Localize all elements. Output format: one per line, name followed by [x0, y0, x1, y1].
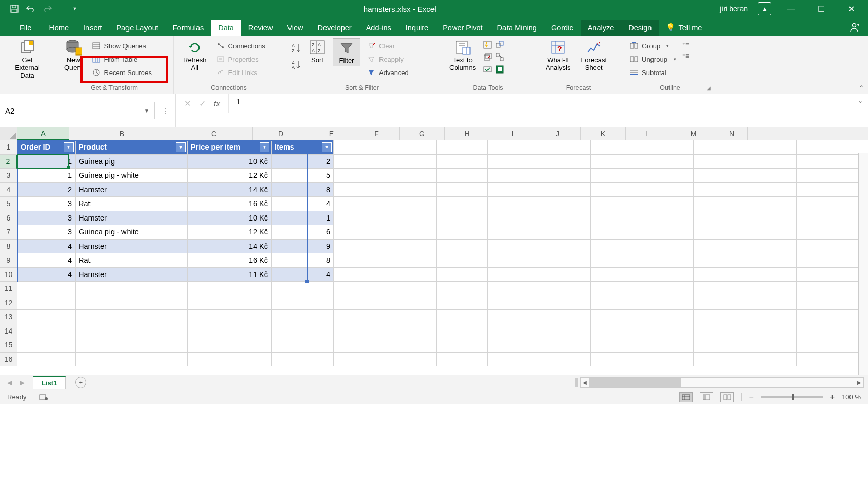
group-button[interactable]: Group▾	[627, 40, 671, 51]
sort-za-icon[interactable]: ZA	[291, 59, 302, 70]
recent-sources-button[interactable]: Recent Sources	[89, 67, 154, 78]
share-button[interactable]	[840, 19, 868, 36]
cell[interactable]	[488, 353, 539, 366]
cell[interactable]	[745, 140, 797, 154]
cell[interactable]	[745, 155, 797, 169]
cell[interactable]	[488, 310, 539, 324]
cell[interactable]	[591, 324, 642, 338]
cell[interactable]: 9	[272, 240, 334, 253]
cell[interactable]	[385, 169, 437, 182]
cancel-formula-icon[interactable]: ✕	[184, 99, 191, 108]
cell[interactable]	[591, 211, 642, 225]
ungroup-button[interactable]: Ungroup▾	[627, 53, 678, 65]
tab-home[interactable]: Home	[42, 20, 76, 36]
cell[interactable]	[488, 268, 539, 282]
cell[interactable]	[437, 310, 488, 324]
cell[interactable]: Hamster	[76, 211, 188, 225]
row-header[interactable]: 3	[0, 169, 17, 183]
cell[interactable]	[334, 296, 385, 310]
filter-dropdown-icon[interactable]: ▼	[260, 142, 269, 152]
cell[interactable]	[272, 324, 334, 338]
column-header[interactable]: M	[671, 127, 716, 140]
cell[interactable]	[385, 338, 437, 352]
cell[interactable]	[591, 310, 642, 324]
cell[interactable]	[694, 183, 745, 197]
normal-view-button[interactable]	[679, 392, 693, 402]
cell[interactable]: Guinea pig - white	[76, 225, 188, 239]
cell[interactable]	[385, 140, 437, 154]
cell[interactable]	[437, 338, 488, 352]
cell[interactable]	[76, 324, 188, 338]
horizontal-scrollbar[interactable]: ◀▶	[580, 377, 864, 388]
cell[interactable]	[385, 253, 437, 267]
tab-data-mining[interactable]: Data Mining	[490, 20, 544, 36]
display-options-icon[interactable]: ▲	[758, 2, 771, 15]
subtotal-button[interactable]: Subtotal	[627, 67, 668, 78]
cell[interactable]	[437, 140, 488, 154]
tab-file[interactable]: File	[9, 20, 42, 36]
cell[interactable]	[437, 155, 488, 169]
cell[interactable]	[797, 324, 834, 338]
cell[interactable]	[797, 282, 834, 296]
remove-duplicates-icon[interactable]	[483, 52, 492, 62]
cell[interactable]	[385, 155, 437, 169]
cell[interactable]	[188, 310, 272, 324]
cell[interactable]	[437, 225, 488, 239]
column-header[interactable]: I	[490, 127, 535, 140]
cell[interactable]	[539, 155, 591, 169]
cell[interactable]	[334, 225, 385, 239]
sort-button[interactable]: ZAAZ Sort	[306, 38, 329, 65]
cell[interactable]	[334, 197, 385, 211]
cell[interactable]: 16 Kč	[188, 253, 272, 267]
cell[interactable]	[539, 338, 591, 352]
get-external-data-button[interactable]: Get External Data	[6, 38, 48, 81]
cell[interactable]	[745, 211, 797, 225]
row-header[interactable]: 10	[0, 268, 17, 282]
row-header[interactable]: 12	[0, 296, 17, 310]
relationships-icon[interactable]	[495, 52, 504, 62]
cell[interactable]	[188, 338, 272, 352]
zoom-out-button[interactable]: −	[749, 393, 753, 402]
tab-page-layout[interactable]: Page Layout	[109, 20, 165, 36]
cell[interactable]	[642, 183, 694, 197]
cell[interactable]	[488, 140, 539, 154]
cell[interactable]	[539, 353, 591, 366]
cell[interactable]	[437, 282, 488, 296]
cell[interactable]: 14 Kč	[188, 183, 272, 197]
refresh-all-button[interactable]: Refresh All	[180, 38, 210, 73]
cell[interactable]	[437, 268, 488, 282]
cell[interactable]	[17, 353, 76, 366]
cell[interactable]: 3	[17, 225, 76, 239]
cell[interactable]: 12 Kč	[188, 225, 272, 239]
cell[interactable]	[488, 169, 539, 182]
cell[interactable]	[591, 253, 642, 267]
cell[interactable]: 8	[272, 183, 334, 197]
cell[interactable]	[591, 296, 642, 310]
cell[interactable]	[642, 324, 694, 338]
cell[interactable]	[437, 183, 488, 197]
cell[interactable]: Guinea pig - white	[76, 169, 188, 182]
cell[interactable]	[797, 197, 834, 211]
zoom-in-button[interactable]: +	[830, 393, 835, 402]
cell[interactable]	[694, 282, 745, 296]
advanced-button[interactable]: Advanced	[365, 67, 411, 78]
cell[interactable]	[437, 197, 488, 211]
cell[interactable]	[385, 282, 437, 296]
cell[interactable]	[76, 296, 188, 310]
cell[interactable]	[17, 310, 76, 324]
cell[interactable]	[488, 197, 539, 211]
cell[interactable]	[385, 353, 437, 366]
cell[interactable]	[539, 296, 591, 310]
row-header[interactable]: 8	[0, 240, 17, 254]
reapply-button[interactable]: Reapply	[365, 53, 406, 65]
row-header[interactable]: 15	[0, 338, 17, 353]
cell[interactable]	[272, 353, 334, 366]
cell[interactable]	[745, 338, 797, 352]
cell[interactable]	[642, 140, 694, 154]
cell[interactable]	[591, 282, 642, 296]
cell[interactable]	[797, 353, 834, 366]
cell[interactable]	[797, 296, 834, 310]
column-header[interactable]: C	[175, 127, 253, 140]
cell[interactable]	[385, 296, 437, 310]
cell[interactable]	[745, 353, 797, 366]
